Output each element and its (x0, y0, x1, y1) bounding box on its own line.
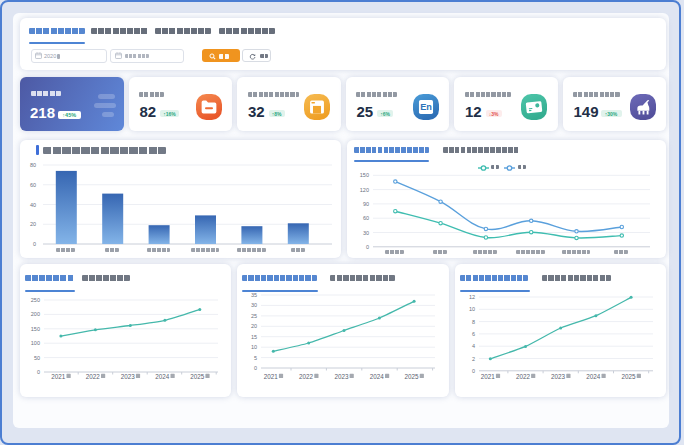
svg-text:90: 90 (363, 201, 369, 207)
svg-text:12: 12 (469, 294, 475, 300)
svg-text:200: 200 (31, 311, 40, 317)
svg-text:60: 60 (363, 215, 369, 221)
svg-text:30: 30 (251, 302, 257, 308)
svg-text:10: 10 (251, 344, 257, 350)
svg-text:0: 0 (366, 244, 369, 250)
svg-text:2025: 2025 (190, 373, 205, 380)
svg-text:2024: 2024 (155, 373, 170, 380)
svg-text:0: 0 (472, 368, 475, 374)
svg-text:8: 8 (472, 319, 475, 325)
svg-text:2025: 2025 (621, 373, 636, 380)
svg-text:2021: 2021 (51, 373, 66, 380)
svg-text:2022: 2022 (299, 373, 314, 380)
svg-text:2022: 2022 (516, 373, 531, 380)
svg-text:120: 120 (360, 187, 369, 193)
svg-text:4: 4 (472, 343, 475, 349)
svg-text:2021: 2021 (264, 373, 279, 380)
svg-text:20: 20 (251, 323, 257, 329)
svg-text:60: 60 (30, 182, 36, 188)
svg-text:0: 0 (33, 241, 36, 247)
svg-text:10: 10 (469, 306, 475, 312)
svg-text:50: 50 (34, 355, 40, 361)
svg-text:2024: 2024 (586, 373, 601, 380)
svg-text:80: 80 (30, 162, 36, 168)
svg-text:15: 15 (251, 334, 257, 340)
svg-text:2022: 2022 (86, 373, 101, 380)
svg-text:0: 0 (254, 365, 257, 371)
svg-text:2023: 2023 (121, 373, 136, 380)
svg-text:2023: 2023 (551, 373, 566, 380)
svg-text:250: 250 (31, 297, 40, 303)
svg-text:2023: 2023 (335, 373, 350, 380)
svg-text:2025: 2025 (405, 373, 420, 380)
svg-text:25: 25 (251, 313, 257, 319)
svg-text:30: 30 (363, 230, 369, 236)
svg-text:2024: 2024 (370, 373, 385, 380)
svg-text:40: 40 (30, 202, 36, 208)
svg-text:2021: 2021 (480, 373, 495, 380)
svg-text:150: 150 (360, 172, 369, 178)
svg-text:35: 35 (251, 292, 257, 298)
svg-text:En: En (420, 102, 432, 112)
svg-text:20: 20 (30, 221, 36, 227)
svg-text:2: 2 (472, 356, 475, 362)
svg-text:5: 5 (254, 355, 257, 361)
svg-text:150: 150 (31, 326, 40, 332)
svg-text:0: 0 (37, 369, 40, 375)
svg-text:6: 6 (472, 331, 475, 337)
svg-text:100: 100 (31, 340, 40, 346)
